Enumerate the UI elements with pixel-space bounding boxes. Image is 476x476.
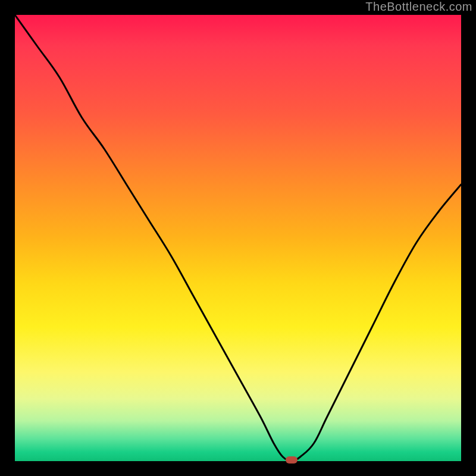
chart-frame: TheBottleneck.com <box>0 0 476 476</box>
watermark-label: TheBottleneck.com <box>365 0 472 14</box>
chart-gradient-area <box>15 15 461 461</box>
